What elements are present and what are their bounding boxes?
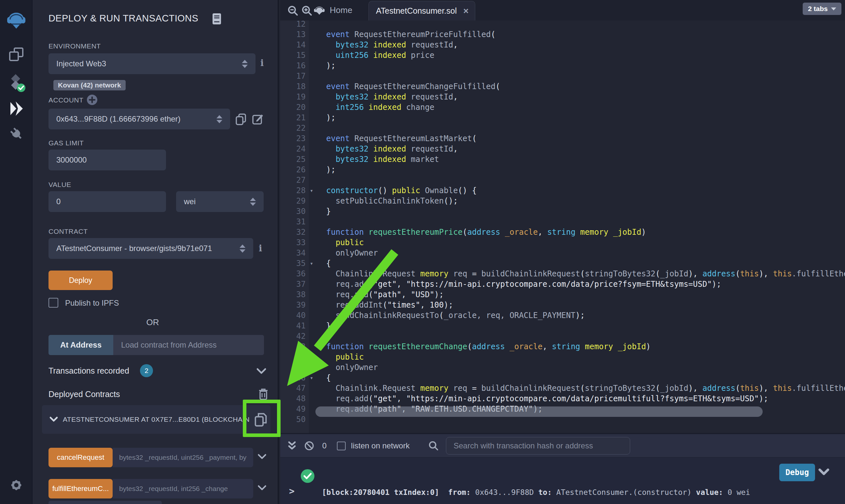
code-line: 40 sendChainlinkRequestTo(_oracle, req, …: [280, 310, 845, 321]
add-account-icon[interactable]: [87, 94, 98, 105]
code-text: function requestEthereumChange(address _…: [317, 342, 845, 351]
home-remix-icon: [313, 4, 326, 17]
contract-value: ATestnetConsumer - browser/gists/9b71e07…: [56, 244, 212, 253]
settings-gear-icon[interactable]: [0, 477, 33, 493]
environment-select[interactable]: Injected Web3: [49, 53, 256, 74]
remix-logo-icon[interactable]: [0, 10, 33, 31]
expand-function-icon[interactable]: [257, 484, 267, 492]
fulfill-ethereum-button[interactable]: fulfillEthereumC...: [49, 479, 113, 499]
value-input[interactable]: 0: [49, 191, 166, 212]
clear-deployed-trash-icon[interactable]: [258, 388, 269, 401]
line-number: 33: [280, 238, 306, 247]
listen-network-checkbox[interactable]: [337, 442, 346, 450]
expand-function-icon[interactable]: [257, 453, 267, 461]
code-line: 25 bytes32 indexed market: [280, 154, 845, 164]
expand-log-icon[interactable]: [818, 468, 830, 477]
line-number: 18: [280, 82, 306, 91]
contract-select[interactable]: ATestnetConsumer - browser/gists/9b71e07…: [49, 238, 253, 259]
deployed-contract-row[interactable]: ATESTNETCONSUMER AT 0X7E7...E80D1 (BLOCK…: [42, 405, 271, 434]
code-line: 23event RequestEthereumLastMarket(: [280, 133, 845, 144]
line-number: 27: [280, 176, 306, 185]
code-text: Chainlink.Request memory req = buildChai…: [317, 384, 845, 393]
horizontal-scrollbar[interactable]: [315, 407, 763, 417]
code-line: 35▾{: [280, 258, 845, 269]
code-text: );: [317, 165, 845, 174]
fold-marker-icon[interactable]: ▾: [306, 187, 317, 194]
code-text: constructor() public Ownable() {: [317, 186, 845, 195]
value-unit-select[interactable]: wei: [176, 191, 264, 212]
copy-account-icon[interactable]: [235, 113, 247, 126]
select-caret-icon: [240, 245, 245, 253]
line-number: 37: [280, 280, 306, 289]
code-line: 32function requestEthereumPrice(address …: [280, 227, 845, 237]
tx-success-icon: [300, 469, 315, 483]
code-text: onlyOwner: [317, 363, 845, 372]
solidity-compiler-icon[interactable]: [0, 73, 33, 94]
code-line: 14 bytes32 indexed requestId,: [280, 40, 845, 50]
code-text: {: [317, 259, 845, 268]
at-address-input[interactable]: Load contract from Address: [113, 335, 264, 355]
transactions-collapse-icon[interactable]: [256, 367, 267, 375]
code-line: 44 public: [280, 352, 845, 362]
log-line: [block:20780401 txIndex:0] from: 0x643..…: [322, 487, 755, 498]
transactions-recorded-label: Transactions recorded: [49, 366, 129, 376]
transaction-log[interactable]: [block:20780401 txIndex:0] from: 0x643..…: [322, 466, 755, 504]
code-line: 24 bytes32 indexed requestId,: [280, 144, 845, 154]
publish-ipfs-checkbox[interactable]: [49, 298, 58, 308]
line-number: 13: [280, 30, 306, 39]
code-text: event RequestEthereumLastMarket(: [317, 134, 845, 143]
tx-search-input[interactable]: Search with transaction hash or address: [446, 437, 630, 454]
line-number: 38: [280, 290, 306, 299]
code-line: 13event RequestEthereumPriceFulfilled(: [280, 29, 845, 40]
zoom-in-icon[interactable]: [301, 5, 312, 16]
code-line: 30}: [280, 206, 845, 217]
tab-home[interactable]: Home: [313, 0, 352, 20]
at-address-button[interactable]: At Address: [49, 335, 113, 355]
clear-console-icon[interactable]: [304, 440, 314, 451]
fold-marker-icon[interactable]: ▾: [306, 375, 317, 381]
deploy-button[interactable]: Deploy: [49, 271, 113, 290]
line-number: 28: [280, 186, 306, 195]
contract-info-icon[interactable]: i: [259, 243, 262, 253]
line-number: 32: [280, 228, 306, 237]
line-number: 23: [280, 134, 306, 143]
code-line: 47 Chainlink.Request memory req = buildC…: [280, 383, 845, 393]
tabs-count-button[interactable]: 2 tabs: [803, 3, 841, 15]
code-text: onlyOwner: [317, 248, 845, 257]
code-text: sendChainlinkRequestTo(_oracle, req, ORA…: [317, 311, 845, 320]
close-tab-icon[interactable]: ×: [463, 6, 468, 16]
edit-account-icon[interactable]: [252, 113, 264, 125]
code-area[interactable]: 1213event RequestEthereumPriceFulfilled(…: [280, 19, 845, 425]
environment-label: ENVIRONMENT: [49, 42, 101, 50]
account-select[interactable]: 0x643...9F88D (1.666673996 ether): [49, 109, 230, 129]
deploy-and-run-icon[interactable]: [0, 101, 33, 117]
fold-marker-icon[interactable]: ▾: [306, 260, 317, 267]
code-text: bytes32 indexed market: [317, 155, 845, 164]
line-number: 43: [280, 342, 306, 351]
line-number: 14: [280, 40, 306, 50]
gas-limit-input[interactable]: 3000000: [49, 149, 166, 170]
copy-contract-address-icon[interactable]: [254, 412, 268, 427]
terminal-prompt[interactable]: >: [289, 486, 295, 497]
code-line: 39 req.addInt("times", 100);: [280, 300, 845, 310]
plugin-manager-icon[interactable]: [0, 125, 33, 142]
environment-info-icon[interactable]: i: [260, 58, 264, 68]
editor-tabbar: Home ATestnetConsumer.sol × 2 tabs: [280, 0, 845, 20]
account-label: ACCOUNT: [49, 96, 83, 104]
expand-terminal-icon[interactable]: [287, 440, 297, 451]
code-text: event RequestEthereumChangeFulfilled(: [317, 82, 845, 91]
code-line: 16);: [280, 60, 845, 71]
cancel-request-params[interactable]: bytes32 _requestId, uint256 _payment, by: [113, 448, 253, 467]
line-number: 49: [280, 404, 306, 414]
code-line: 41}: [280, 321, 845, 331]
code-line: 26);: [280, 164, 845, 175]
tab-atestnetconsumer[interactable]: ATestnetConsumer.sol ×: [368, 1, 475, 20]
line-number: 42: [280, 332, 306, 341]
docs-icon[interactable]: [212, 13, 221, 25]
cancel-request-button[interactable]: cancelRequest: [49, 448, 113, 467]
debug-button[interactable]: Debug: [779, 464, 815, 481]
fulfill-ethereum-params[interactable]: bytes32 _requestId, int256 _change: [113, 479, 253, 499]
zoom-out-icon[interactable]: [288, 5, 298, 16]
file-explorer-icon[interactable]: [0, 46, 33, 63]
line-number: 44: [280, 353, 306, 362]
